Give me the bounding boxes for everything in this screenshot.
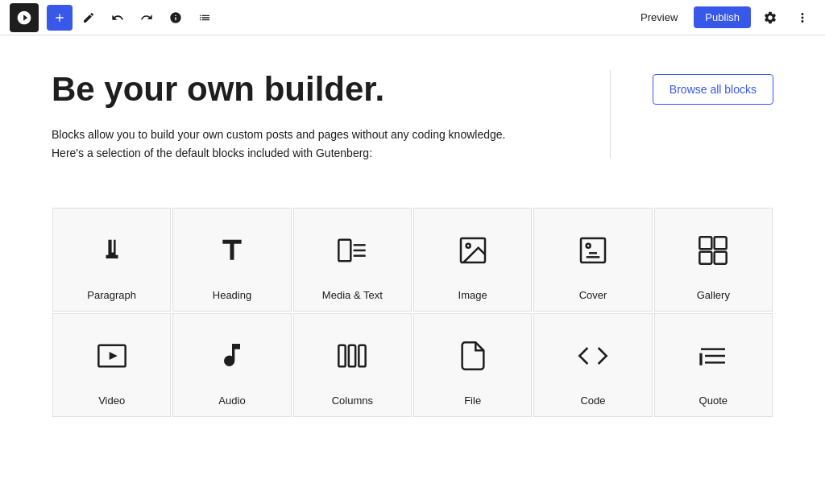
info-button[interactable] xyxy=(163,5,189,31)
svg-marker-15 xyxy=(109,352,117,360)
block-item-audio[interactable]: Audio xyxy=(172,313,291,417)
svg-point-7 xyxy=(587,244,591,248)
block-label-code: Code xyxy=(580,395,605,407)
block-item-video[interactable]: Video xyxy=(52,313,171,417)
svg-rect-11 xyxy=(715,238,727,250)
block-icon-video xyxy=(60,327,164,385)
block-label-columns: Columns xyxy=(332,395,373,407)
svg-rect-22 xyxy=(700,353,703,366)
toolbar: Preview Publish xyxy=(0,0,825,35)
browse-btn-container: Browse all blocks xyxy=(653,74,773,105)
block-item-paragraph[interactable]: Paragraph xyxy=(52,208,171,312)
more-options-button[interactable] xyxy=(790,5,815,31)
svg-rect-12 xyxy=(700,252,712,264)
block-label-file: File xyxy=(464,395,481,407)
block-item-heading[interactable]: Heading xyxy=(172,208,291,312)
block-label-heading: Heading xyxy=(213,289,251,301)
browse-all-blocks-button[interactable]: Browse all blocks xyxy=(653,74,773,105)
block-item-quote[interactable]: Quote xyxy=(654,313,773,417)
preview-button[interactable]: Preview xyxy=(631,6,687,28)
block-label-quote: Quote xyxy=(699,395,728,407)
block-icon-image xyxy=(421,221,524,279)
block-item-code[interactable]: Code xyxy=(533,313,652,417)
svg-rect-16 xyxy=(339,345,346,367)
block-icon-quote xyxy=(661,327,765,385)
block-label-video: Video xyxy=(98,395,125,407)
block-label-audio: Audio xyxy=(218,395,245,407)
undo-button[interactable] xyxy=(105,5,131,31)
svg-point-5 xyxy=(466,244,470,248)
block-icon-columns xyxy=(301,327,404,385)
list-view-button[interactable] xyxy=(192,5,218,31)
toolbar-left xyxy=(10,3,628,32)
settings-icon-button[interactable] xyxy=(757,5,783,31)
block-icon-media-text xyxy=(301,221,404,279)
svg-rect-13 xyxy=(715,252,727,264)
block-label-gallery: Gallery xyxy=(697,289,730,301)
blocks-grid: Paragraph Heading Media & Text Image Cov xyxy=(52,207,773,418)
svg-rect-17 xyxy=(349,345,355,367)
block-item-columns[interactable]: Columns xyxy=(293,313,412,417)
redo-button[interactable] xyxy=(134,5,160,31)
block-label-image: Image xyxy=(458,289,487,301)
block-item-media-text[interactable]: Media & Text xyxy=(293,208,412,312)
block-label-media-text: Media & Text xyxy=(322,289,383,301)
page-description: Blocks allow you to build your own custo… xyxy=(52,126,551,162)
svg-rect-6 xyxy=(581,238,605,262)
block-item-gallery[interactable]: Gallery xyxy=(654,208,773,312)
svg-rect-10 xyxy=(700,238,712,250)
block-label-paragraph: Paragraph xyxy=(87,289,136,301)
svg-rect-0 xyxy=(339,240,351,262)
vertical-divider xyxy=(610,69,611,158)
block-icon-code xyxy=(541,327,645,385)
block-item-file[interactable]: File xyxy=(413,313,532,417)
wp-logo-icon[interactable] xyxy=(10,3,39,32)
pen-icon-button[interactable] xyxy=(76,5,102,31)
block-label-cover: Cover xyxy=(579,289,607,301)
publish-button[interactable]: Publish xyxy=(694,6,751,28)
block-item-cover[interactable]: Cover xyxy=(533,208,652,312)
svg-rect-18 xyxy=(359,345,366,367)
block-item-image[interactable]: Image xyxy=(413,208,532,312)
toolbar-right: Preview Publish xyxy=(631,5,815,31)
block-icon-paragraph xyxy=(60,221,164,279)
blocks-section: Paragraph Heading Media & Text Image Cov xyxy=(0,207,825,418)
block-icon-audio xyxy=(180,327,284,385)
add-block-button[interactable] xyxy=(47,5,73,31)
block-icon-cover xyxy=(541,221,645,279)
block-icon-heading xyxy=(180,221,284,279)
block-icon-gallery xyxy=(661,221,765,279)
block-icon-file xyxy=(421,327,524,385)
